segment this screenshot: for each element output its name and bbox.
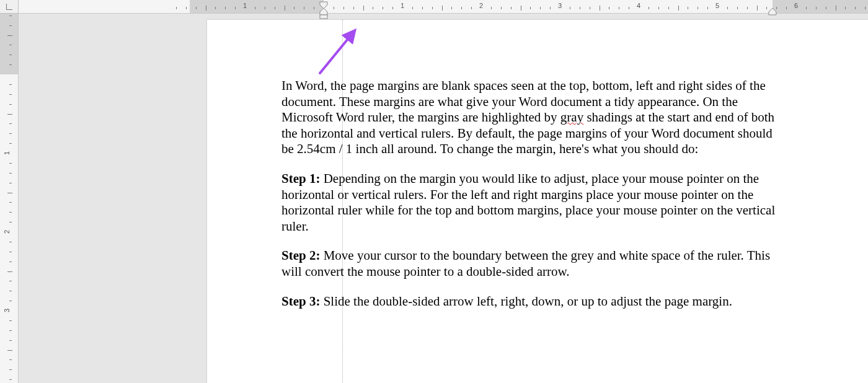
hruler-label: 6 [794, 2, 798, 9]
horizontal-ruler[interactable]: 11234567 [19, 1, 868, 14]
vertical-ruler[interactable]: 123 [1, 14, 19, 383]
vruler-label: 3 [3, 309, 11, 312]
step-1-label: Step 1: [281, 171, 320, 186]
hruler-label: 1 [401, 2, 404, 9]
vruler-label: 1 [3, 151, 11, 155]
step-2-text: Move your cursor to the boundary between… [281, 248, 770, 279]
spellcheck-squiggle-word: gray [560, 110, 583, 125]
tab-stop-corner-icon [6, 4, 12, 10]
hruler-label: 4 [637, 2, 640, 9]
step-3-label: Step 3: [281, 294, 320, 309]
document-page: In Word, the page margins are blank spac… [207, 20, 868, 383]
hruler-label: 1 [243, 2, 247, 9]
ruler-corner [1, 1, 19, 14]
hruler-label: 2 [479, 2, 483, 9]
step-1-text: Depending on the margin you would like t… [281, 171, 775, 234]
step-1-paragraph: Step 1: Depending on the margin you woul… [281, 171, 784, 234]
document-workspace: In Word, the page margins are blank spac… [19, 14, 868, 383]
document-body[interactable]: In Word, the page margins are blank spac… [281, 78, 784, 323]
vruler-label: 2 [3, 230, 11, 234]
step-2-paragraph: Step 2: Move your cursor to the boundary… [281, 248, 784, 280]
step-3-text: Slide the double-sided arrow left, right… [320, 294, 732, 309]
step-2-label: Step 2: [281, 248, 320, 263]
step-3-paragraph: Step 3: Slide the double-sided arrow lef… [281, 294, 784, 310]
intro-paragraph: In Word, the page margins are blank spac… [281, 78, 784, 157]
hruler-label: 5 [715, 2, 719, 9]
hruler-label: 3 [558, 2, 562, 9]
